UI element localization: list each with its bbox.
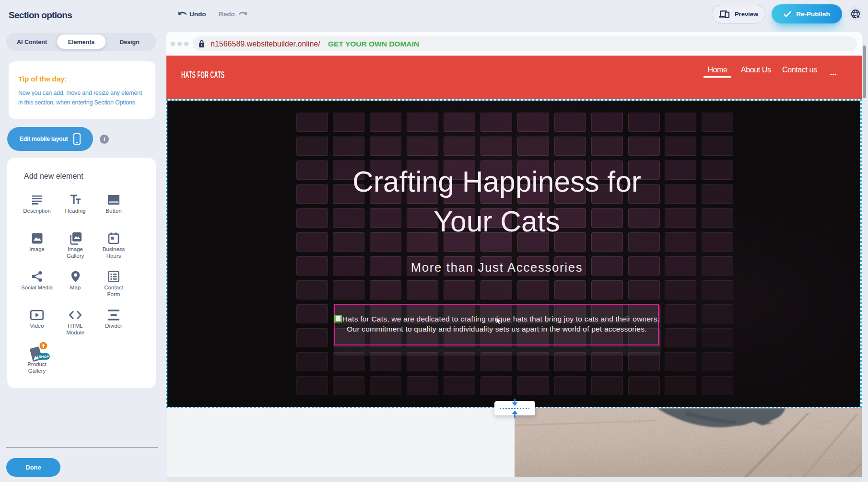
svg-text:SHOP: SHOP [39, 355, 49, 359]
